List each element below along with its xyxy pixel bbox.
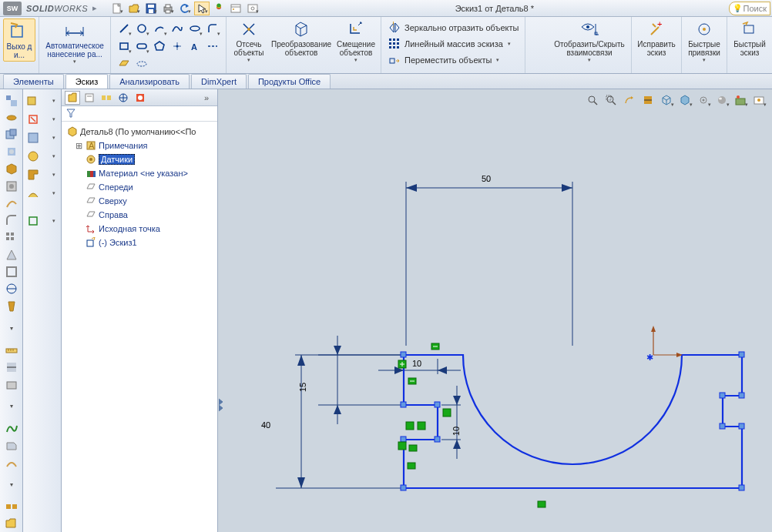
fillet-feature-icon[interactable] <box>2 212 21 229</box>
panel-filter-bar[interactable] <box>62 106 217 122</box>
extrude-cut-icon[interactable] <box>2 144 21 160</box>
revolve-icon[interactable] <box>2 109 21 125</box>
dimxpert-tab[interactable] <box>116 91 131 105</box>
open-button[interactable]: ▾ <box>126 2 142 15</box>
property-tab[interactable] <box>82 91 97 105</box>
tree-sketch[interactable]: (-) Эскиз1 <box>63 236 216 249</box>
tree-annotations[interactable]: ⊞ A Примечания <box>63 139 216 152</box>
offset-button[interactable]: Смещение объектов ▾ <box>334 18 378 65</box>
feature-flyout-6[interactable]: ▾ <box>25 185 59 202</box>
sketch-profile[interactable]: ✱ <box>398 326 744 507</box>
tree-front-plane[interactable]: Спереди <box>63 180 216 194</box>
repair-sketch-button[interactable]: + Исправить эскиз <box>635 18 678 59</box>
display-relations-button[interactable]: Отобразить/Скрыть взаимосвязи ▾ <box>551 18 628 65</box>
more3-icon[interactable]: ▾ <box>2 477 21 493</box>
tab-dimxpert[interactable]: DimXpert <box>191 74 247 89</box>
feature-flyout-1[interactable]: ▾ <box>25 92 59 109</box>
ellipse-tool[interactable]: ▾ <box>186 20 203 37</box>
smart-dimension-button[interactable]: Автоматическое нанесение ра... ▾ <box>42 18 107 66</box>
expand-icon[interactable]: ⊞ <box>74 141 83 151</box>
point-tool[interactable] <box>169 38 186 55</box>
undo-button[interactable]: ▾ <box>177 2 193 15</box>
centerline-tool[interactable] <box>204 38 221 55</box>
exit-sketch-button[interactable]: Выхо д и... <box>3 18 35 62</box>
analysis-icon[interactable] <box>2 376 21 393</box>
rectangle-tool[interactable]: ▾ <box>116 38 133 55</box>
feature-tree-tab[interactable] <box>65 91 80 105</box>
svg-rect-2 <box>148 5 154 8</box>
polygon-tool[interactable] <box>151 38 168 55</box>
dimension-50[interactable]: 50 <box>406 174 572 346</box>
curve-icon[interactable] <box>2 196 21 212</box>
feature-flyout-7[interactable]: ▾ <box>25 212 59 229</box>
tab-features[interactable]: Элементы <box>3 74 64 89</box>
print-button[interactable]: ▾ <box>160 2 176 15</box>
tree-origin[interactable]: Исходная точка <box>63 222 216 236</box>
arc-tool[interactable]: ▾ <box>151 20 168 37</box>
fillet-tool[interactable]: ▾ <box>204 20 221 37</box>
section-icon[interactable] <box>2 359 21 375</box>
cut-icon[interactable] <box>2 127 21 143</box>
svg-marker-24 <box>155 42 164 50</box>
select-button[interactable]: ▾ <box>194 2 210 15</box>
mirror-button[interactable]: ! Зеркально отразить объекты <box>386 20 520 35</box>
new-button[interactable]: ▾ <box>109 2 125 15</box>
tab-office[interactable]: Продукты Office <box>248 74 331 89</box>
rib-icon[interactable] <box>2 246 21 263</box>
dimension-10-h[interactable]: 10 <box>378 359 461 374</box>
rapid-sketch-button[interactable]: Быстрый эскиз <box>730 18 769 59</box>
more2-icon[interactable]: ▾ <box>2 398 21 414</box>
sheet-icon[interactable] <box>2 437 21 453</box>
circle-tool[interactable]: ▾ <box>133 20 150 37</box>
spline-tool[interactable] <box>169 20 186 37</box>
geometry-icon[interactable] <box>2 281 21 297</box>
tab-sketch[interactable]: Эскиз <box>65 74 108 89</box>
panel-expand-icon[interactable]: » <box>199 91 214 105</box>
tree-sensors[interactable]: Датчики <box>63 152 216 166</box>
move-button[interactable]: Переместить объекты ▾ <box>386 52 520 68</box>
rebuild-button[interactable] <box>211 2 227 15</box>
convert-button[interactable]: Преобразование объектов <box>270 18 333 65</box>
tab-evaluate[interactable]: Анализировать <box>109 74 190 89</box>
feature-flyout-5[interactable]: ▾ <box>25 166 59 183</box>
assembly-icon[interactable] <box>2 498 21 514</box>
shell-icon[interactable] <box>2 264 21 280</box>
quick-snaps-button[interactable]: Быстрые привязки ▾ <box>685 18 723 65</box>
features-icon[interactable] <box>2 92 21 109</box>
quick-snaps-label: Быстрые привязки <box>688 40 720 57</box>
search-input[interactable]: 💡 Поиск <box>729 2 770 15</box>
boss-icon[interactable] <box>2 161 21 177</box>
text-tool[interactable]: A <box>186 38 203 55</box>
spline-feat-icon[interactable] <box>2 420 21 437</box>
feature-flyout-4[interactable]: ▾ <box>25 148 59 165</box>
dimension-40[interactable]: 40 <box>261 355 404 488</box>
tree-right-plane[interactable]: Справа <box>63 208 216 222</box>
construction-tool[interactable] <box>133 55 150 72</box>
display-tab[interactable] <box>133 91 148 105</box>
pattern-icon[interactable] <box>2 229 21 246</box>
hole-icon[interactable] <box>2 178 21 194</box>
dimension-10-v[interactable]: 10 <box>441 386 461 459</box>
linear-pattern-button[interactable]: Линейный массив эскиза ▾ <box>386 36 520 52</box>
tree-top-plane[interactable]: Сверху <box>63 194 216 208</box>
feature-flyout-2[interactable]: ▾ <box>25 111 59 128</box>
settings-button[interactable]: ▾ <box>245 2 260 15</box>
weld-icon[interactable] <box>2 454 21 470</box>
app-name-works: WORKS <box>54 4 88 13</box>
folder-icon[interactable] <box>2 516 21 532</box>
save-button[interactable]: ▾ <box>143 2 159 15</box>
plane-tool[interactable] <box>116 55 133 72</box>
line-tool[interactable]: ▾ <box>116 20 133 37</box>
slot-tool[interactable]: ▾ <box>133 38 150 55</box>
options-button[interactable] <box>228 2 243 15</box>
graphics-area[interactable]: ▾ ▾ ▾ ▾ ▾ ▾ 50 <box>218 89 772 532</box>
draft-icon[interactable] <box>2 298 21 314</box>
dimension-15[interactable]: 15 <box>298 336 404 424</box>
feature-flyout-3[interactable]: ▾ <box>25 129 59 146</box>
tree-material[interactable]: Материал <не указан> <box>63 166 216 180</box>
trim-button[interactable]: Отсечь объекты ▾ <box>230 18 268 65</box>
more-icon[interactable]: ▾ <box>2 320 21 336</box>
measure-icon[interactable] <box>2 342 21 358</box>
config-tab[interactable] <box>99 91 114 105</box>
tree-root[interactable]: Деталь8 (По умолчанию<<По <box>63 125 216 139</box>
